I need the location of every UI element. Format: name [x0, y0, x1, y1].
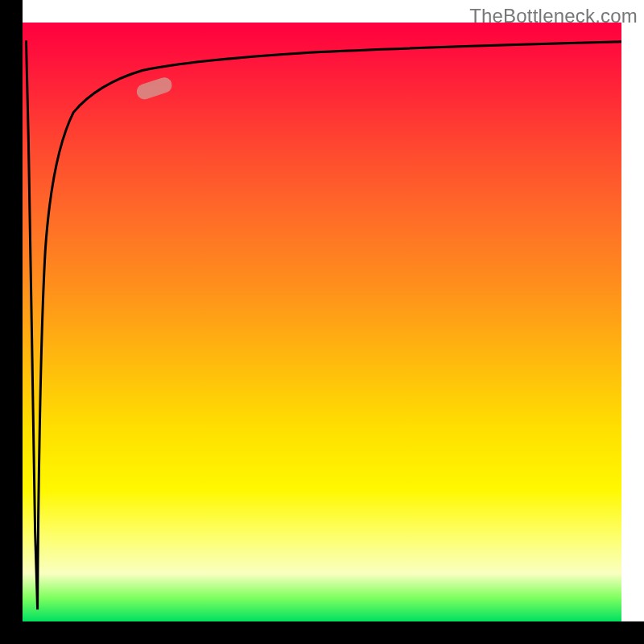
plot-gradient-area	[23, 23, 621, 621]
bottleneck-chart: TheBottleneck.com	[0, 0, 644, 644]
watermark-label: TheBottleneck.com	[469, 5, 638, 27]
x-axis-bar	[0, 621, 644, 644]
y-axis-bar	[0, 0, 23, 644]
